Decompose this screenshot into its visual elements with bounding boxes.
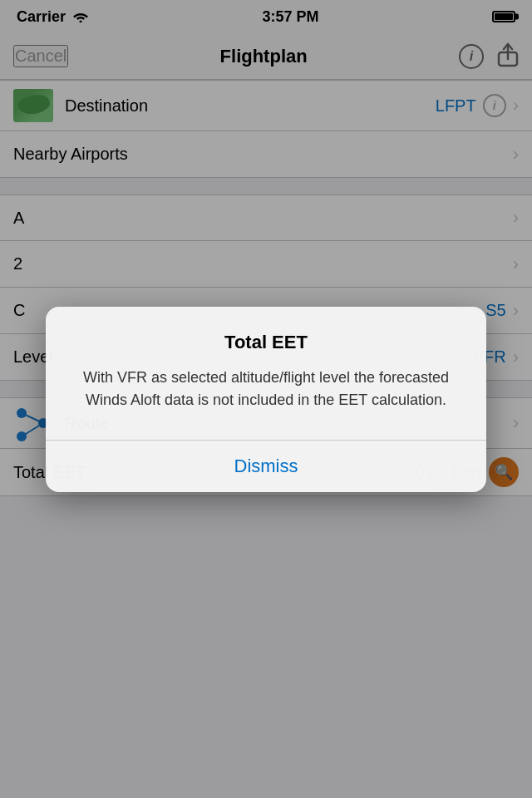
modal-dialog: Total EET With VFR as selected altitude/…	[46, 307, 486, 492]
modal-title: Total EET	[76, 332, 456, 353]
dismiss-button[interactable]: Dismiss	[46, 441, 486, 492]
modal-content: Total EET With VFR as selected altitude/…	[46, 307, 486, 420]
modal-body: With VFR as selected altitude/flight lev…	[76, 367, 456, 411]
modal-overlay: Total EET With VFR as selected altitude/…	[0, 0, 532, 798]
